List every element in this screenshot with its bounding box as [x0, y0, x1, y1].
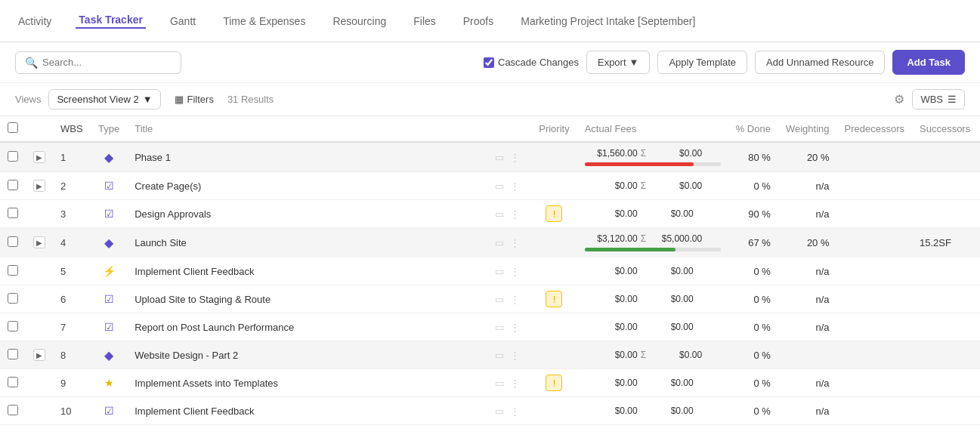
nav-proofs[interactable]: Proofs: [460, 15, 496, 27]
wbs-selector[interactable]: WBS ☰: [912, 89, 965, 109]
resize-icon[interactable]: ▭: [493, 320, 505, 335]
cascade-changes-checkbox[interactable]: [484, 57, 494, 68]
fee-actual-value: $0.00: [585, 322, 638, 332]
expand-cell: ▶: [26, 172, 53, 200]
header-expand: [26, 116, 53, 142]
header-weighting[interactable]: Weighting: [778, 116, 837, 142]
row-checkbox[interactable]: [8, 321, 18, 332]
table-row: 10 ☑ Implement Client Feedback ▭ ⋮ $0.00…: [0, 397, 980, 425]
more-icon[interactable]: ⋮: [509, 179, 521, 193]
nav-gantt[interactable]: Gantt: [167, 15, 199, 27]
nav-task-tracker[interactable]: Task Tracker: [76, 14, 146, 29]
resize-icon[interactable]: ▭: [493, 207, 505, 221]
weighting-value: n/a: [815, 294, 829, 305]
more-icon[interactable]: ⋮: [509, 264, 521, 279]
more-icon[interactable]: ⋮: [509, 320, 521, 335]
export-button[interactable]: Export ▼: [586, 51, 650, 74]
header-priority[interactable]: Priority: [531, 116, 577, 142]
settings-icon[interactable]: ⚙: [894, 92, 904, 106]
fee-actual-value: $3,120.00: [585, 233, 638, 244]
row-checkbox[interactable]: [8, 265, 18, 276]
more-icon[interactable]: ⋮: [509, 236, 521, 250]
row-checkbox[interactable]: [8, 236, 18, 247]
header-percent-done[interactable]: % Done: [728, 116, 778, 142]
chevron-down-icon: ▼: [143, 94, 153, 105]
resize-icon[interactable]: ▭: [493, 404, 505, 418]
wbs-cell: 1: [53, 142, 91, 172]
fees-data-cell: $0.00 Σ $0.00: [577, 172, 728, 200]
priority-warning-icon: !: [546, 205, 562, 222]
weighting-value: n/a: [815, 266, 829, 277]
more-icon[interactable]: ⋮: [509, 207, 521, 221]
nav-files[interactable]: Files: [410, 15, 439, 27]
row-checkbox[interactable]: [8, 208, 18, 218]
header-predecessors[interactable]: Predecessors: [837, 116, 912, 142]
fees-data-cell: $0.00 $0.00: [577, 369, 728, 397]
table-row: 9 ★ Implement Assets into Templates ▭ ⋮ …: [0, 369, 980, 397]
row-checkbox[interactable]: [8, 293, 18, 304]
expand-button[interactable]: ▶: [33, 236, 45, 248]
resize-icon[interactable]: ▭: [493, 348, 505, 362]
more-icon[interactable]: ⋮: [509, 150, 521, 165]
nav-activity[interactable]: Activity: [15, 15, 54, 27]
row-checkbox[interactable]: [8, 405, 18, 415]
header-checkbox[interactable]: [0, 116, 26, 142]
expand-cell: [26, 200, 53, 228]
search-box[interactable]: 🔍: [15, 51, 181, 74]
resize-icon[interactable]: ▭: [493, 179, 505, 193]
search-input[interactable]: [42, 57, 172, 68]
percent-done-cell: 0 %: [728, 172, 778, 200]
priority-warning-icon: !: [546, 291, 562, 307]
nav-resourcing[interactable]: Resourcing: [329, 15, 389, 27]
header-successors[interactable]: Successors: [912, 116, 980, 142]
title-cell: Report on Post Launch Performance: [127, 313, 486, 341]
type-cell: ☑: [91, 313, 127, 341]
wbs-cell: 9: [53, 369, 91, 397]
resize-icon[interactable]: ▭: [493, 292, 505, 307]
weighting-cell: n/a: [778, 258, 837, 285]
more-icon[interactable]: ⋮: [509, 376, 521, 390]
wbs-cell: 3: [53, 200, 91, 228]
weighting-cell: n/a: [778, 172, 837, 200]
weighting-value: n/a: [815, 406, 829, 417]
fees-data-cell: $0.00 $0.00: [577, 397, 728, 425]
resize-icon[interactable]: ▭: [493, 376, 505, 390]
predecessors-cell: [837, 258, 912, 285]
more-icon[interactable]: ⋮: [509, 404, 521, 418]
filter-button[interactable]: ▦ Filters: [168, 90, 220, 109]
actions-cell: ▭ ⋮: [486, 369, 531, 397]
select-all-checkbox[interactable]: [8, 122, 18, 133]
views-dropdown[interactable]: Screenshot View 2 ▼: [48, 89, 160, 109]
row-checkbox[interactable]: [8, 349, 18, 359]
predecessors-cell: [837, 341, 912, 369]
row-checkbox[interactable]: [8, 377, 18, 387]
more-icon[interactable]: ⋮: [509, 292, 521, 307]
apply-template-button[interactable]: Apply Template: [657, 51, 747, 74]
header-actual-fees[interactable]: Actual Fees: [577, 116, 728, 142]
nav-marketing-intake[interactable]: Marketing Project Intake [September]: [518, 15, 698, 27]
row-checkbox[interactable]: [8, 151, 18, 162]
predecessors-cell: [837, 142, 912, 172]
title-cell: Launch Site: [127, 228, 486, 258]
more-icon[interactable]: ⋮: [509, 348, 521, 362]
nav-time-expenses[interactable]: Time & Expenses: [220, 15, 308, 27]
add-resource-button[interactable]: Add Unnamed Resource: [755, 51, 885, 74]
weighting-cell: n/a: [778, 397, 837, 425]
row-checkbox[interactable]: [8, 180, 18, 190]
priority-cell: [531, 258, 577, 285]
add-task-button[interactable]: Add Task: [892, 50, 965, 75]
table-row: 6 ☑ Upload Site to Staging & Route ▭ ⋮ !…: [0, 285, 980, 313]
actions-cell: ▭ ⋮: [486, 172, 531, 200]
resize-icon[interactable]: ▭: [493, 150, 505, 165]
expand-button[interactable]: ▶: [33, 180, 45, 192]
predecessors-cell: [837, 228, 912, 258]
resize-icon[interactable]: ▭: [493, 236, 505, 250]
fees-data-cell: $1,560.00 Σ $0.00: [577, 142, 728, 172]
expand-button[interactable]: ▶: [33, 151, 45, 163]
weighting-cell: 20 %: [778, 228, 837, 258]
row-checkbox-cell: [0, 397, 26, 425]
resize-icon[interactable]: ▭: [493, 264, 505, 279]
bolt-icon: ⚡: [100, 263, 117, 279]
fees-data-cell: $0.00 $0.00: [577, 200, 728, 228]
expand-button[interactable]: ▶: [33, 349, 45, 361]
